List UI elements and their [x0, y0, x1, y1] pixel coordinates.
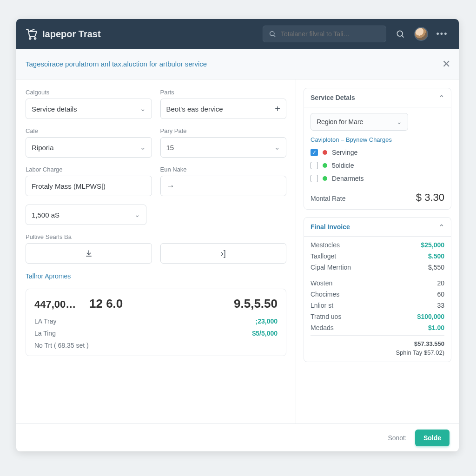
metric-2: 9.5,5.50	[234, 297, 278, 311]
avatar[interactable]	[414, 27, 428, 41]
charge-item[interactable]: ✓ Servinge	[311, 149, 444, 156]
cale-select[interactable]: Riporia ⌄	[26, 137, 152, 158]
service-details-panel: Service Detals ⌃ Region for Mare ⌄ Cavip…	[304, 88, 451, 210]
montal-value: $ 3.30	[416, 192, 444, 204]
body: Calgouts Service details ⌄ Parts Beot's …	[16, 79, 459, 423]
categories-label: Calgouts	[26, 89, 152, 96]
page-title: Tagesoirace porulatrorn anl tax.aluction…	[26, 60, 207, 68]
charges-subheader: Caviploton – Bpynew Charges	[311, 136, 444, 143]
secondary-action[interactable]: Sonot:	[388, 434, 406, 442]
header-search-button[interactable]	[393, 26, 408, 41]
region-select[interactable]: Region for Mare ⌄	[311, 113, 408, 131]
labor-input[interactable]: Frotaly Mass (MLPWS|)	[26, 176, 152, 196]
svg-point-0	[29, 38, 31, 39]
search-icon	[269, 30, 276, 38]
arrow-right-icon: →	[166, 181, 175, 191]
categories-select[interactable]: Service details ⌄	[26, 99, 152, 119]
search-input[interactable]	[280, 30, 380, 38]
seats-label: Pultive Searls Ba	[26, 233, 286, 240]
eun-label: Eun Nake	[160, 166, 287, 173]
download-button[interactable]	[26, 243, 152, 264]
checkbox-icon[interactable]	[311, 175, 318, 182]
invoice-line: Tratnd uos$100,000	[304, 311, 451, 322]
svg-point-1	[34, 38, 36, 39]
chevron-down-icon: ⌄	[140, 105, 146, 113]
service-details-header[interactable]: Service Detals ⌃	[304, 88, 451, 107]
bracket-button[interactable]: ›]	[160, 243, 287, 264]
final-invoice-panel: Final Invoice ⌃ Mestocles$25,000 Taxllog…	[304, 217, 451, 362]
brand: Iapepor Trast	[26, 28, 101, 40]
status-dot-icon	[323, 150, 327, 155]
chevron-down-icon: ⌄	[274, 143, 280, 152]
more-menu-button[interactable]: •••	[435, 26, 450, 41]
rate-select[interactable]: 15 ⌄	[160, 137, 287, 158]
chevron-down-icon: ⌄	[397, 118, 402, 126]
form-pane: Calgouts Service details ⌄ Parts Beot's …	[16, 79, 296, 423]
chevron-up-icon: ⌃	[439, 94, 444, 101]
search-box[interactable]	[263, 26, 386, 42]
app-header: Iapepor Trast •••	[16, 19, 459, 49]
close-icon[interactable]: ✕	[442, 58, 450, 70]
invoice-line: Lnlior st33	[304, 300, 451, 311]
status-dot-icon	[323, 176, 327, 181]
final-invoice-header[interactable]: Final Invoice ⌃	[304, 218, 451, 237]
chevron-down-icon: ⌄	[140, 143, 146, 152]
download-icon	[85, 249, 93, 258]
cale-label: Cale	[26, 127, 152, 134]
charge-item[interactable]: 5oldicle	[311, 162, 444, 169]
charge-item[interactable]: Denarmets	[311, 175, 444, 182]
app-window: Iapepor Trast ••• Tagesoirace porulatror…	[16, 19, 459, 451]
metric-1: 12 6.0	[89, 297, 123, 311]
chevron-down-icon: ⌄	[134, 211, 140, 219]
svg-point-2	[270, 32, 274, 36]
metric-0: 447,00…	[34, 298, 76, 311]
app-title: Iapepor Trast	[42, 29, 101, 40]
side-pane: Service Detals ⌃ Region for Mare ⌄ Cavip…	[296, 79, 459, 423]
montal-label: Montal Rate	[311, 195, 345, 202]
subheader: Tagesoirace porulatrorn anl tax.aluction…	[16, 49, 459, 79]
parts-label: Parts	[160, 89, 287, 96]
invoice-line: Mestocles$25,000	[304, 239, 451, 251]
tailor-card: 447,00… 12 6.0 9.5,5.50 LA Tray;23,000 L…	[26, 289, 286, 356]
secondary-select[interactable]: 1,500 aS ⌄	[26, 205, 146, 225]
invoice-line: Wosten20	[304, 278, 451, 289]
invoice-line: Medads$1.00	[304, 322, 451, 333]
invoice-line: Chocimes60	[304, 289, 451, 300]
cart-icon	[26, 28, 38, 40]
tailor-link[interactable]: Tallror Apromes	[26, 272, 71, 280]
invoice-line: Taxlloget$.500	[304, 251, 451, 262]
plus-icon[interactable]: +	[275, 104, 280, 114]
status-dot-icon	[323, 163, 327, 168]
chevron-up-icon: ⌃	[439, 223, 444, 231]
parts-field[interactable]: Beot's eas dervice +	[160, 99, 287, 119]
invoice-totals: $57.33.550 Sphin Tay $57.02)	[304, 337, 451, 362]
rate-label: Pary Pate	[160, 127, 287, 134]
svg-point-3	[397, 31, 403, 36]
eun-field[interactable]: →	[160, 176, 287, 196]
primary-button[interactable]: Solde	[415, 430, 450, 446]
invoice-line: Cipal Merrtion$,550	[304, 262, 451, 273]
checkbox-checked-icon[interactable]: ✓	[311, 149, 318, 156]
footer: Sonot: Solde	[16, 423, 459, 451]
bracket-icon: ›]	[221, 249, 226, 258]
dots-icon: •••	[436, 29, 448, 39]
labor-label: Labor Charge	[26, 166, 152, 173]
checkbox-icon[interactable]	[311, 162, 318, 169]
